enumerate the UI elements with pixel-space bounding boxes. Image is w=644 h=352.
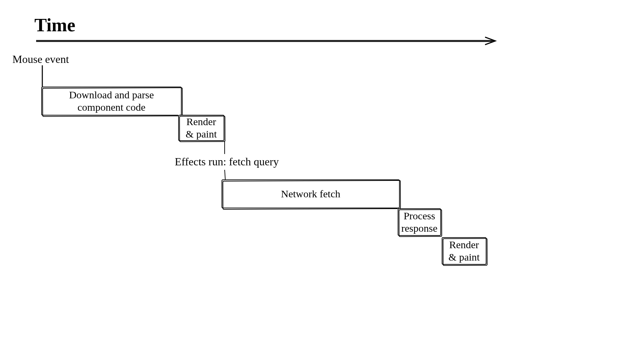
effects-tick-icon <box>224 142 226 154</box>
download-parse-box: Download and parse component code <box>41 87 182 116</box>
diagram-stage: Time Mouse event Download and parse comp… <box>0 0 644 352</box>
process-response-box: Process response <box>398 208 441 236</box>
network-tick-icon <box>224 170 226 180</box>
render-paint-2-box: Render & paint <box>442 237 486 265</box>
effects-run-label: Effects run: fetch query <box>175 155 279 168</box>
render-paint-2-text: Render & paint <box>449 239 480 263</box>
render-paint-1-box: Render & paint <box>178 115 224 141</box>
download-parse-text: Download and parse component code <box>69 89 154 113</box>
mouse-event-tick-icon <box>41 65 43 88</box>
process-response-text: Process response <box>401 210 438 234</box>
time-axis-arrow-icon <box>36 37 497 47</box>
network-fetch-box: Network fetch <box>222 179 400 208</box>
mouse-event-label: Mouse event <box>12 53 69 66</box>
svg-line-4 <box>225 170 225 180</box>
network-fetch-text: Network fetch <box>281 188 340 200</box>
time-axis-title: Time <box>34 14 75 36</box>
render-paint-1-text: Render & paint <box>186 116 217 140</box>
